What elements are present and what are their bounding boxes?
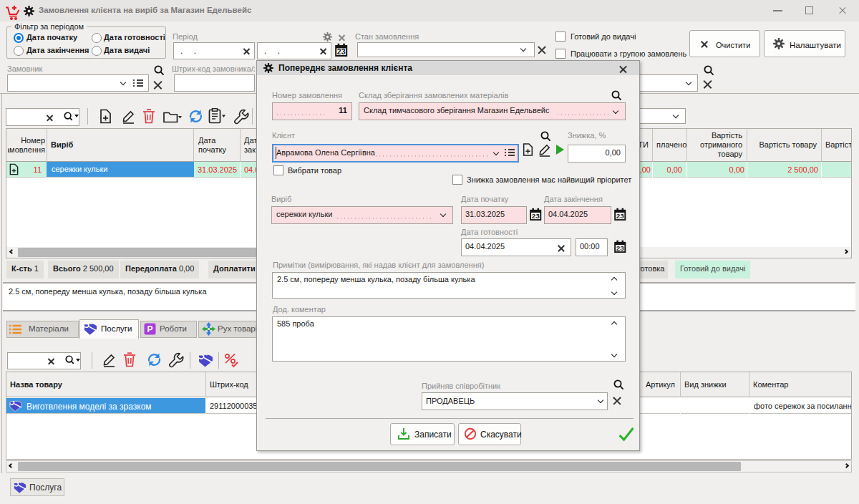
svg-text:23: 23 [616,212,625,220]
svg-text:23: 23 [337,47,346,56]
svg-text:P: P [147,324,152,334]
svg-text:23: 23 [532,212,540,220]
svg-text:23: 23 [616,244,625,252]
